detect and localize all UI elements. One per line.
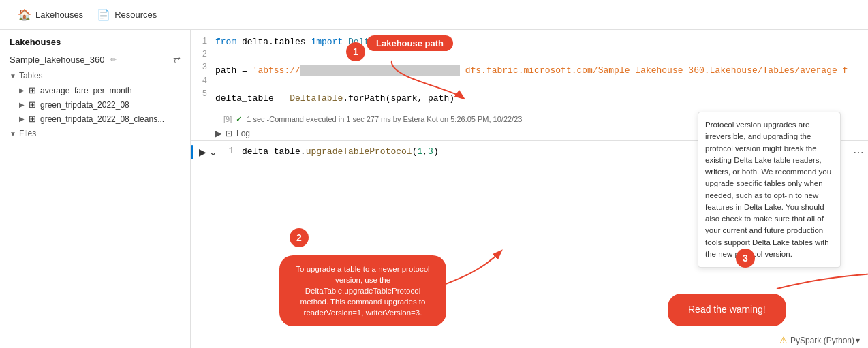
- lakehouses-nav[interactable]: 🏠 Lakehouses: [11, 5, 90, 24]
- resources-icon: 📄: [97, 8, 110, 21]
- cell-2-actions: ⋯: [848, 145, 868, 159]
- more-icon[interactable]: ⋯: [853, 146, 864, 159]
- workspace-name: Sample_lakehouse_360: [10, 54, 105, 65]
- switch-icon[interactable]: ⇄: [173, 54, 181, 65]
- content-area: 1 2 3 4 5 from delta.tables import Delta…: [191, 30, 868, 348]
- bottom-bar: ⚠ PySpark (Python) ▾: [191, 332, 868, 348]
- tables-chevron: ▼: [10, 72, 16, 80]
- log-chevron: ▶: [215, 129, 221, 138]
- line-numbers: 1 2 3 4 5: [191, 35, 215, 106]
- table-icon: ⊞: [29, 85, 36, 95]
- table-name: average_fare_per_month: [40, 86, 132, 95]
- warning-tooltip-text: Protocol version upgrades are irreversib…: [705, 121, 831, 258]
- annotation-2-badge: 2: [290, 228, 309, 247]
- files-chevron: ▼: [10, 130, 16, 138]
- resources-label: Resources: [114, 10, 157, 20]
- files-label: Files: [19, 129, 36, 138]
- table-row[interactable]: ▶ ⊞ green_tripdata_2022_08_cleans...: [0, 112, 190, 126]
- log-label: Log: [236, 129, 250, 138]
- workspace-item[interactable]: Sample_lakehouse_360 ✏ ⇄: [0, 51, 190, 68]
- annotation-3-badge: 3: [736, 249, 755, 268]
- status-check-icon: ✓: [236, 114, 243, 124]
- table-chevron: ▶: [19, 86, 25, 94]
- code-content-1[interactable]: from delta.tables import DeltaTable path…: [215, 35, 868, 106]
- annotation-1-badge: 1: [346, 42, 365, 61]
- table-chevron: ▶: [19, 101, 25, 108]
- annotation-3-bubble: Read the warning!: [668, 294, 786, 326]
- sidebar: Lakehouses Sample_lakehouse_360 ✏ ⇄ ▼ Ta…: [0, 30, 191, 348]
- table-row[interactable]: ▶ ⊞ average_fare_per_month: [0, 83, 190, 97]
- table-chevron: ▶: [19, 115, 25, 123]
- lakehouses-label: Lakehouses: [35, 10, 83, 20]
- table-name: green_tripdata_2022_08: [40, 100, 129, 110]
- lakehouses-icon: 🏠: [18, 8, 31, 21]
- table-icon: ⊞: [29, 114, 36, 124]
- files-section[interactable]: ▼ Files: [0, 126, 190, 141]
- cell-2-line-numbers: 1: [223, 145, 242, 159]
- run-button[interactable]: ▶: [199, 146, 206, 157]
- resources-nav[interactable]: 📄 Resources: [90, 5, 164, 24]
- warning-tooltip: Protocol version upgrades are irreversib…: [698, 112, 841, 268]
- chevron-down-icon[interactable]: ▾: [856, 336, 860, 345]
- table-row[interactable]: ▶ ⊞ green_tripdata_2022_08: [0, 97, 190, 112]
- exec-status-text: 1 sec -Command executed in 1 sec 277 ms …: [247, 115, 522, 123]
- rename-icon[interactable]: ✏: [110, 55, 117, 64]
- pyspark-label: PySpark (Python): [790, 336, 854, 345]
- cell-run-controls: ▶ ⌄: [193, 145, 223, 159]
- table-name: green_tripdata_2022_08_cleans...: [40, 114, 164, 124]
- table-icon: ⊞: [29, 99, 36, 110]
- tables-label: Tables: [19, 71, 43, 80]
- annotation-1-label: Lakehouse path: [367, 35, 453, 51]
- collapse-button[interactable]: ⌄: [209, 146, 217, 157]
- sidebar-title: Lakehouses: [0, 30, 190, 51]
- log-icon: ⊡: [226, 129, 232, 138]
- annotation-2-bubble: To upgrade a table to a newer protocol v…: [279, 255, 446, 326]
- warning-icon: ⚠: [779, 335, 788, 345]
- tables-section[interactable]: ▼ Tables: [0, 68, 190, 83]
